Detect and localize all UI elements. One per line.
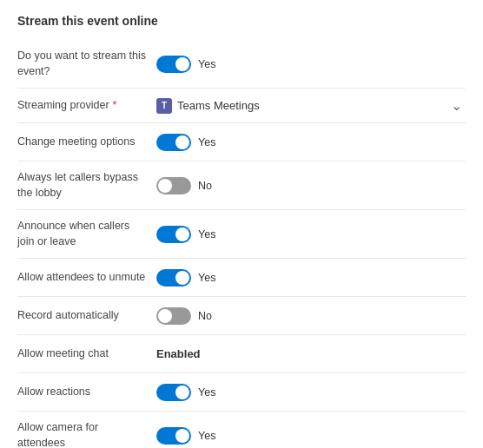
row-announce-callers: Announce when callers join or leaveYes bbox=[17, 210, 466, 259]
toggle-record-automatically[interactable] bbox=[156, 307, 191, 325]
row-allow-unmute: Allow attendees to unmuteYes bbox=[17, 259, 466, 297]
label-text-allow-meeting-chat: Allow meeting chat bbox=[17, 346, 109, 362]
value-allow-reactions: Yes bbox=[156, 384, 466, 401]
label-allow-reactions: Allow reactions bbox=[17, 385, 156, 400]
toggle-thumb-change-meeting-options bbox=[175, 135, 189, 149]
row-stream-event: Do you want to stream this event?Yes bbox=[17, 40, 466, 89]
label-text-record-automatically: Record automatically bbox=[17, 308, 119, 324]
label-bypass-lobby: Always let callers bypass the lobby bbox=[17, 170, 156, 201]
label-text-stream-event: Do you want to stream this event? bbox=[17, 49, 148, 79]
toggle-thumb-record-automatically bbox=[158, 309, 172, 323]
toggle-track-allow-reactions[interactable] bbox=[156, 384, 191, 401]
label-announce-callers: Announce when callers join or leave bbox=[17, 219, 156, 249]
provider-value: TTeams Meetings⌄ bbox=[156, 97, 466, 114]
toggle-track-stream-event[interactable] bbox=[156, 56, 191, 73]
row-allow-meeting-chat: Allow meeting chatEnabled bbox=[17, 335, 466, 373]
toggle-bypass-lobby[interactable] bbox=[156, 177, 191, 194]
toggle-track-record-automatically[interactable] bbox=[156, 307, 191, 325]
toggle-change-meeting-options[interactable] bbox=[156, 134, 191, 151]
row-allow-camera: Allow camera for attendeesYes bbox=[17, 412, 466, 448]
provider-inner: TTeams Meetings bbox=[156, 98, 260, 114]
toggle-thumb-allow-camera bbox=[175, 429, 189, 443]
value-change-meeting-options: Yes bbox=[156, 134, 466, 151]
toggle-label-allow-unmute: Yes bbox=[198, 272, 215, 284]
toggle-label-announce-callers: Yes bbox=[198, 228, 215, 240]
toggle-label-stream-event: Yes bbox=[198, 58, 215, 70]
toggle-announce-callers[interactable] bbox=[156, 226, 191, 243]
panel-title: Stream this event online bbox=[17, 14, 466, 28]
toggle-thumb-bypass-lobby bbox=[158, 179, 172, 193]
toggle-thumb-announce-callers bbox=[175, 227, 189, 241]
label-text-change-meeting-options: Change meeting options bbox=[17, 135, 136, 150]
label-text-allow-unmute: Allow attendees to unmute bbox=[17, 270, 145, 286]
label-allow-camera: Allow camera for attendees bbox=[17, 420, 156, 448]
toggle-label-record-automatically: No bbox=[198, 310, 212, 322]
row-allow-reactions: Allow reactionsYes bbox=[17, 373, 466, 412]
row-change-meeting-options: Change meeting optionsYes bbox=[17, 123, 466, 161]
toggle-track-bypass-lobby[interactable] bbox=[156, 177, 191, 194]
toggle-stream-event[interactable] bbox=[156, 56, 191, 73]
value-stream-event: Yes bbox=[156, 56, 466, 73]
toggle-track-announce-callers[interactable] bbox=[156, 226, 191, 243]
label-text-streaming-provider: Streaming provider bbox=[17, 98, 109, 114]
toggle-track-allow-unmute[interactable] bbox=[156, 269, 191, 287]
teams-icon: T bbox=[156, 98, 172, 114]
stream-event-panel: Stream this event online Do you want to … bbox=[0, 0, 483, 448]
row-bypass-lobby: Always let callers bypass the lobbyNo bbox=[17, 161, 466, 210]
value-allow-camera: Yes bbox=[156, 427, 466, 445]
toggle-label-change-meeting-options: Yes bbox=[198, 136, 215, 148]
label-text-allow-reactions: Allow reactions bbox=[17, 385, 90, 400]
label-streaming-provider: Streaming provider* bbox=[17, 97, 156, 113]
toggle-label-allow-reactions: Yes bbox=[198, 386, 215, 399]
provider-name: Teams Meetings bbox=[177, 99, 260, 112]
label-record-automatically: Record automatically bbox=[17, 308, 156, 324]
value-announce-callers: Yes bbox=[156, 226, 466, 243]
label-change-meeting-options: Change meeting options bbox=[17, 135, 156, 150]
toggle-allow-reactions[interactable] bbox=[156, 384, 191, 401]
label-text-announce-callers: Announce when callers join or leave bbox=[17, 219, 148, 249]
toggle-thumb-allow-reactions bbox=[175, 385, 189, 399]
label-allow-unmute: Allow attendees to unmute bbox=[17, 270, 156, 286]
chevron-down-icon[interactable]: ⌄ bbox=[451, 97, 462, 114]
toggle-label-bypass-lobby: No bbox=[198, 180, 212, 192]
label-text-allow-camera: Allow camera for attendees bbox=[17, 420, 148, 448]
value-record-automatically: No bbox=[156, 307, 466, 325]
toggle-thumb-allow-unmute bbox=[175, 271, 189, 285]
row-streaming-provider: Streaming provider*TTeams Meetings⌄ bbox=[17, 89, 466, 123]
toggle-track-change-meeting-options[interactable] bbox=[156, 134, 191, 151]
toggle-label-allow-camera: Yes bbox=[198, 430, 215, 442]
toggle-allow-unmute[interactable] bbox=[156, 269, 191, 287]
label-text-bypass-lobby: Always let callers bypass the lobby bbox=[17, 170, 148, 201]
toggle-track-allow-camera[interactable] bbox=[156, 427, 191, 445]
label-allow-meeting-chat: Allow meeting chat bbox=[17, 346, 156, 362]
text-value-allow-meeting-chat: Enabled bbox=[156, 347, 201, 360]
toggle-allow-camera[interactable] bbox=[156, 427, 191, 445]
value-allow-meeting-chat: Enabled bbox=[156, 347, 466, 360]
settings-rows: Do you want to stream this event?YesStre… bbox=[17, 40, 466, 448]
required-indicator: * bbox=[113, 97, 117, 113]
row-record-automatically: Record automaticallyNo bbox=[17, 297, 466, 335]
value-allow-unmute: Yes bbox=[156, 269, 466, 287]
value-bypass-lobby: No bbox=[156, 177, 466, 194]
label-stream-event: Do you want to stream this event? bbox=[17, 49, 156, 79]
toggle-thumb-stream-event bbox=[175, 57, 189, 71]
